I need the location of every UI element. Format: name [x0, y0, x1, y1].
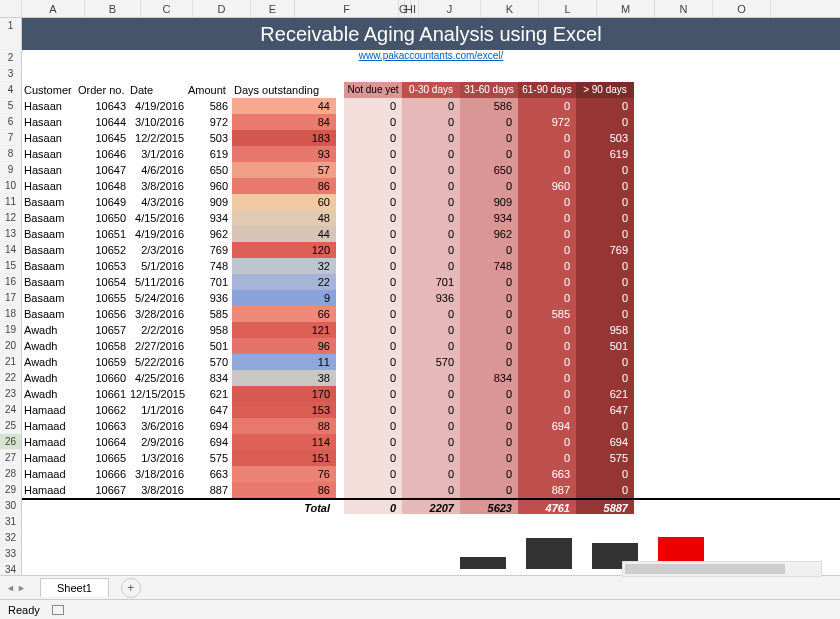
cell-bucket-1[interactable]: 0 — [402, 226, 460, 242]
cell-bucket-3[interactable]: 0 — [518, 386, 576, 402]
cell-bucket-0[interactable]: 0 — [344, 482, 402, 498]
cell-date[interactable]: 4/15/2016 — [130, 210, 188, 226]
table-row[interactable]: Hamaad106642/9/20166941140000694 — [22, 434, 840, 450]
cell-bucket-0[interactable]: 0 — [344, 354, 402, 370]
cell-bucket-4[interactable]: 769 — [576, 242, 634, 258]
row-header-21[interactable]: 21 — [0, 354, 22, 370]
sheet-tab-active[interactable]: Sheet1 — [40, 578, 109, 597]
cell-order[interactable]: 10660 — [78, 370, 130, 386]
row-header-22[interactable]: 22 — [0, 370, 22, 386]
cell-bucket-4[interactable]: 0 — [576, 466, 634, 482]
table-row[interactable]: Hasaan1064512/2/20155031830000503 — [22, 130, 840, 146]
cell-days[interactable]: 93 — [232, 146, 336, 162]
cell-order[interactable]: 10667 — [78, 482, 130, 498]
cell-bucket-3[interactable]: 0 — [518, 290, 576, 306]
cell-order[interactable]: 10662 — [78, 402, 130, 418]
cell-bucket-3[interactable]: 0 — [518, 146, 576, 162]
cell-date[interactable]: 3/28/2016 — [130, 306, 188, 322]
cell-customer[interactable]: Awadh — [22, 322, 78, 338]
macro-record-icon[interactable] — [52, 605, 64, 615]
cell-bucket-2[interactable]: 0 — [460, 146, 518, 162]
row-header-7[interactable]: 7 — [0, 130, 22, 146]
source-link[interactable]: www.pakaccountants.com/excel/ — [359, 50, 504, 61]
cell-bucket-1[interactable]: 0 — [402, 178, 460, 194]
cell-bucket-3[interactable]: 0 — [518, 162, 576, 178]
cell-bucket-2[interactable]: 0 — [460, 130, 518, 146]
cell-date[interactable]: 4/19/2016 — [130, 98, 188, 114]
cell-bucket-2[interactable]: 586 — [460, 98, 518, 114]
cell-date[interactable]: 3/8/2016 — [130, 482, 188, 498]
cell-days[interactable]: 44 — [232, 98, 336, 114]
cell-date[interactable]: 2/9/2016 — [130, 434, 188, 450]
table-row[interactable]: Basaam106504/15/2016934480093400 — [22, 210, 840, 226]
row-header-24[interactable]: 24 — [0, 402, 22, 418]
cell-date[interactable]: 5/11/2016 — [130, 274, 188, 290]
cell-days[interactable]: 170 — [232, 386, 336, 402]
cell-customer[interactable]: Hamaad — [22, 402, 78, 418]
cell-amount[interactable]: 663 — [188, 466, 232, 482]
cell-bucket-0[interactable]: 0 — [344, 386, 402, 402]
cell-customer[interactable]: Hasaan — [22, 130, 78, 146]
cell-order[interactable]: 10643 — [78, 98, 130, 114]
cell-bucket-4[interactable]: 0 — [576, 274, 634, 290]
cell-order[interactable]: 10653 — [78, 258, 130, 274]
cell-order[interactable]: 10651 — [78, 226, 130, 242]
cell-amount[interactable]: 575 — [188, 450, 232, 466]
table-row[interactable]: Basaam106494/3/2016909600090900 — [22, 194, 840, 210]
cell-amount[interactable]: 769 — [188, 242, 232, 258]
cell-bucket-2[interactable]: 0 — [460, 402, 518, 418]
cell-date[interactable]: 3/10/2016 — [130, 114, 188, 130]
table-row[interactable]: Hasaan106434/19/2016586440058600 — [22, 98, 840, 114]
row-header-17[interactable]: 17 — [0, 290, 22, 306]
cell-bucket-0[interactable]: 0 — [344, 210, 402, 226]
table-row[interactable]: Basaam106545/11/2016701220701000 — [22, 274, 840, 290]
cell-order[interactable]: 10656 — [78, 306, 130, 322]
cell-date[interactable]: 3/1/2016 — [130, 146, 188, 162]
cell-bucket-0[interactable]: 0 — [344, 450, 402, 466]
cell-bucket-0[interactable]: 0 — [344, 178, 402, 194]
cell-order[interactable]: 10657 — [78, 322, 130, 338]
cell-bucket-0[interactable]: 0 — [344, 274, 402, 290]
cell-bucket-3[interactable]: 960 — [518, 178, 576, 194]
row-header-26[interactable]: 26 — [0, 434, 22, 450]
row-header-27[interactable]: 27 — [0, 450, 22, 466]
cell-bucket-2[interactable]: 909 — [460, 194, 518, 210]
col-header-J[interactable]: J — [419, 0, 481, 17]
cell-bucket-3[interactable]: 694 — [518, 418, 576, 434]
cell-order[interactable]: 10650 — [78, 210, 130, 226]
cell-bucket-1[interactable]: 0 — [402, 338, 460, 354]
row-header-23[interactable]: 23 — [0, 386, 22, 402]
cell-date[interactable]: 5/24/2016 — [130, 290, 188, 306]
cell-date[interactable]: 2/27/2016 — [130, 338, 188, 354]
cell-bucket-3[interactable]: 0 — [518, 130, 576, 146]
cell-bucket-4[interactable]: 619 — [576, 146, 634, 162]
cell-bucket-0[interactable]: 0 — [344, 306, 402, 322]
cell-days[interactable]: 114 — [232, 434, 336, 450]
row-header-12[interactable]: 12 — [0, 210, 22, 226]
cell-days[interactable]: 96 — [232, 338, 336, 354]
cell-days[interactable]: 38 — [232, 370, 336, 386]
cell-amount[interactable]: 962 — [188, 226, 232, 242]
cell-bucket-0[interactable]: 0 — [344, 98, 402, 114]
cell-order[interactable]: 10664 — [78, 434, 130, 450]
cell-bucket-0[interactable]: 0 — [344, 242, 402, 258]
cell-bucket-0[interactable]: 0 — [344, 338, 402, 354]
cell-bucket-1[interactable]: 0 — [402, 114, 460, 130]
cell-order[interactable]: 10649 — [78, 194, 130, 210]
row-header-16[interactable]: 16 — [0, 274, 22, 290]
cell-bucket-1[interactable]: 570 — [402, 354, 460, 370]
table-row[interactable]: Hamaad106663/18/2016663760006630 — [22, 466, 840, 482]
cell-bucket-1[interactable]: 0 — [402, 242, 460, 258]
cell-bucket-4[interactable]: 694 — [576, 434, 634, 450]
cell-amount[interactable]: 960 — [188, 178, 232, 194]
cell-bucket-0[interactable]: 0 — [344, 130, 402, 146]
table-row[interactable]: Awadh1066112/15/20156211700000621 — [22, 386, 840, 402]
cell-bucket-1[interactable]: 0 — [402, 194, 460, 210]
cell-order[interactable]: 10665 — [78, 450, 130, 466]
cell-bucket-1[interactable]: 0 — [402, 450, 460, 466]
cell-bucket-2[interactable]: 0 — [460, 386, 518, 402]
cell-order[interactable]: 10646 — [78, 146, 130, 162]
cell-date[interactable]: 3/18/2016 — [130, 466, 188, 482]
row-header-19[interactable]: 19 — [0, 322, 22, 338]
row-header-6[interactable]: 6 — [0, 114, 22, 130]
